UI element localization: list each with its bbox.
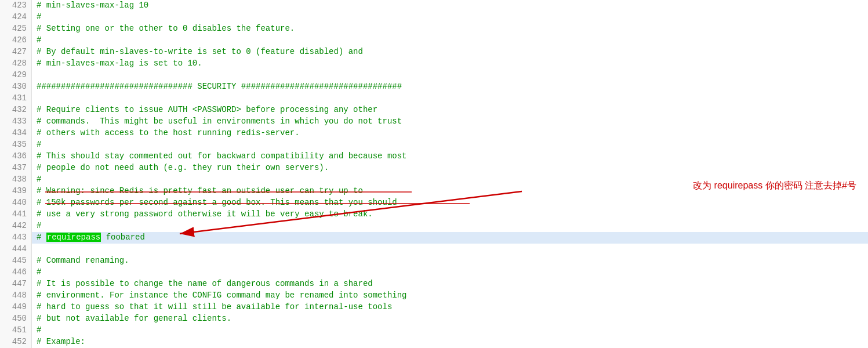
code-content: # min-slaves-max-lag 10 [32,0,868,12]
code-lines: 423# min-slaves-max-lag 10424#425# Setti… [0,0,868,348]
code-content: # [32,267,868,278]
line-number: 436 [0,151,32,162]
line-number: 443 [0,232,32,244]
code-container: 423# min-slaves-max-lag 10424#425# Setti… [0,0,868,348]
code-row: 434# others with access to the host runn… [0,128,868,139]
line-number: 423 [0,0,32,12]
code-content: # but not available for general clients. [32,313,868,325]
code-content: # hard to guess so that it will still be… [32,302,868,313]
code-row: 433# commands. This might be useful in e… [0,116,868,128]
line-number: 431 [0,93,32,104]
line-number: 446 [0,267,32,278]
code-row: 431 [0,93,868,104]
requirepass-keyword: requirepass [46,233,101,242]
code-content: ################################ SECURIT… [32,81,868,93]
code-content: # others with access to the host running… [32,128,868,139]
code-row: 429 [0,70,868,81]
code-row: 430################################ SECU… [0,81,868,93]
line-number: 434 [0,128,32,139]
code-row: 452# Example: [0,336,868,348]
line-number: 426 [0,35,32,46]
code-content: # Require clients to issue AUTH <PASSWOR… [32,104,868,116]
line-number: 429 [0,70,32,81]
code-content: # min-slaves-max-lag is set to 10. [32,58,868,70]
code-row: 451# [0,325,868,336]
code-row: 440# 150k passwords per second against a… [0,197,868,209]
code-row: 425# Setting one or the other to 0 disab… [0,23,868,35]
line-number: 428 [0,58,32,70]
line-number: 440 [0,197,32,209]
code-row: 436# This should stay commented out for … [0,151,868,162]
code-row: 446# [0,267,868,278]
code-row: 437# people do not need auth (e.g. they … [0,162,868,174]
code-row: 448# environment. For instance the CONFI… [0,290,868,302]
code-content: # requirepass foobared [32,232,868,244]
code-row: 443# requirepass foobared [0,232,868,244]
code-content: # 150k passwords per second against a go… [32,197,868,209]
annotation-text: 改为 requirepass 你的密码 注意去掉#号 [693,180,856,192]
code-row: 424# [0,12,868,23]
line-number: 430 [0,81,32,93]
code-content: # Setting one or the other to 0 disables… [32,23,868,35]
code-content: # [32,12,868,23]
line-number: 438 [0,174,32,186]
line-number: 442 [0,220,32,232]
code-row: 449# hard to guess so that it will still… [0,302,868,313]
line-number: 433 [0,116,32,128]
code-content [32,93,868,104]
line-number: 439 [0,186,32,197]
line-number: 448 [0,290,32,302]
code-row: 442# [0,220,868,232]
code-row: 423# min-slaves-max-lag 10 [0,0,868,12]
line-number: 447 [0,278,32,290]
line-number: 435 [0,139,32,151]
line-number: 450 [0,313,32,325]
line-number: 424 [0,12,32,23]
code-content: # [32,139,868,151]
code-content [32,244,868,255]
code-row: 428# min-slaves-max-lag is set to 10. [0,58,868,70]
line-number: 437 [0,162,32,174]
code-content: # [32,220,868,232]
code-row: 450# but not available for general clien… [0,313,868,325]
code-row: 445# Command renaming. [0,255,868,267]
line-number: 445 [0,255,32,267]
line-number: 441 [0,209,32,220]
code-content: # commands. This might be useful in envi… [32,116,868,128]
code-row: 427# By default min-slaves-to-write is s… [0,46,868,58]
code-content: # This should stay commented out for bac… [32,151,868,162]
code-content: # [32,35,868,46]
code-row: 426# [0,35,868,46]
line-number: 444 [0,244,32,255]
code-row: 435# [0,139,868,151]
code-row: 432# Require clients to issue AUTH <PASS… [0,104,868,116]
line-number: 449 [0,302,32,313]
code-content: # use a very strong password otherwise i… [32,209,868,220]
code-content: # [32,325,868,336]
line-number: 425 [0,23,32,35]
code-content: # By default min-slaves-to-write is set … [32,46,868,58]
code-row: 447# It is possible to change the name o… [0,278,868,290]
code-content: # environment. For instance the CONFIG c… [32,290,868,302]
line-number: 427 [0,46,32,58]
code-content: # Example: [32,336,868,348]
code-content: # people do not need auth (e.g. they run… [32,162,868,174]
code-content: # It is possible to change the name of d… [32,278,868,290]
line-number: 451 [0,325,32,336]
code-row: 441# use a very strong password otherwis… [0,209,868,220]
line-number: 432 [0,104,32,116]
line-number: 452 [0,336,32,348]
code-content: # Command renaming. [32,255,868,267]
code-row: 444 [0,244,868,255]
code-content [32,70,868,81]
